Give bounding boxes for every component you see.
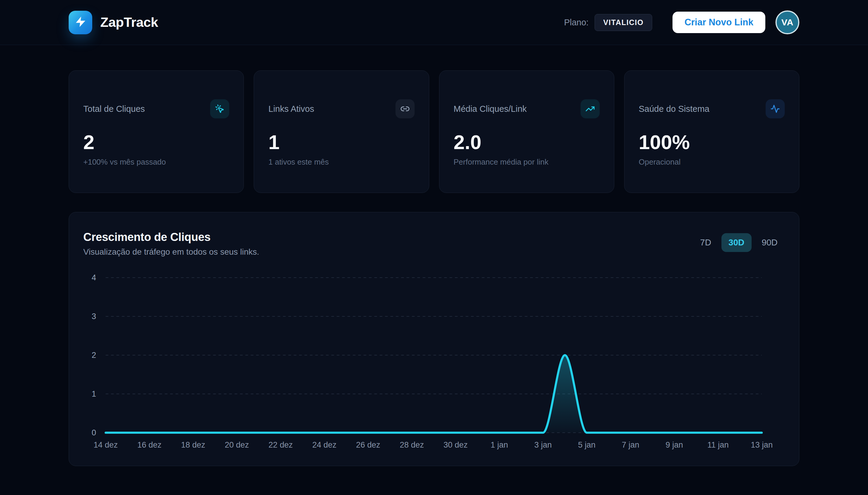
svg-text:16 dez: 16 dez — [137, 440, 162, 449]
svg-text:22 dez: 22 dez — [269, 440, 293, 449]
trending-up-icon — [580, 99, 600, 118]
stat-card-active-links: Links Ativos 1 1 ativos este mês — [254, 70, 429, 193]
clicks-growth-chart: 0123414 dez16 dez18 dez20 dez22 dez24 de… — [83, 268, 787, 453]
svg-text:3: 3 — [92, 312, 96, 321]
svg-text:14 dez: 14 dez — [94, 440, 118, 449]
stats-row: Total de Cliques 2 +100% vs mês passado … — [69, 70, 799, 193]
svg-text:5 jan: 5 jan — [578, 440, 596, 449]
svg-text:20 dez: 20 dez — [225, 440, 249, 449]
brand: ZapTrack — [69, 11, 158, 34]
svg-text:30 dez: 30 dez — [444, 440, 468, 449]
top-bar: ZapTrack Plano: VITALICIO Criar Novo Lin… — [0, 0, 868, 45]
chart-subtitle: Visualização de tráfego em todos os seus… — [83, 247, 259, 257]
range-button-90d[interactable]: 90D — [755, 233, 785, 252]
app-title: ZapTrack — [100, 15, 158, 30]
stat-value: 1 — [268, 132, 414, 152]
stat-title: Total de Cliques — [83, 104, 145, 114]
svg-text:3 jan: 3 jan — [534, 440, 552, 449]
svg-text:4: 4 — [92, 273, 96, 282]
zap-icon — [74, 16, 87, 29]
link-icon — [395, 99, 414, 118]
svg-text:1: 1 — [92, 390, 96, 398]
create-new-link-button[interactable]: Criar Novo Link — [672, 12, 765, 33]
stat-value: 100% — [639, 132, 785, 152]
range-selector: 7D 30D 90D — [693, 233, 785, 252]
stat-value: 2.0 — [454, 132, 600, 152]
avatar[interactable]: VA — [775, 11, 799, 34]
svg-text:26 dez: 26 dez — [356, 440, 380, 449]
plan-label: Plano: — [564, 18, 589, 28]
svg-text:7 jan: 7 jan — [622, 440, 639, 449]
svg-text:9 jan: 9 jan — [666, 440, 683, 449]
svg-text:11 jan: 11 jan — [707, 440, 729, 449]
svg-text:1 jan: 1 jan — [491, 440, 508, 449]
svg-text:2: 2 — [92, 351, 96, 360]
plan-badge: VITALICIO — [594, 14, 652, 31]
svg-text:18 dez: 18 dez — [181, 440, 206, 449]
plan-group: Plano: VITALICIO — [564, 14, 653, 31]
stat-title: Saúde do Sistema — [639, 104, 709, 114]
stat-subtitle: Performance média por link — [454, 157, 600, 167]
range-button-30d[interactable]: 30D — [721, 233, 752, 252]
activity-icon — [766, 99, 785, 118]
stat-title: Média Cliques/Link — [454, 104, 527, 114]
svg-text:13 jan: 13 jan — [751, 440, 773, 449]
chart-title: Crescimento de Cliques — [83, 231, 259, 244]
stat-subtitle: 1 ativos este mês — [268, 157, 414, 167]
cursor-click-icon — [210, 99, 229, 118]
stat-card-total-clicks: Total de Cliques 2 +100% vs mês passado — [69, 70, 244, 193]
clicks-growth-card: Crescimento de Cliques Visualização de t… — [69, 212, 799, 466]
svg-text:24 dez: 24 dez — [312, 440, 337, 449]
zap-logo — [69, 11, 92, 34]
stat-value: 2 — [83, 132, 229, 152]
stat-subtitle: Operacional — [639, 157, 785, 167]
svg-text:0: 0 — [92, 428, 96, 437]
svg-text:28 dez: 28 dez — [400, 440, 424, 449]
stat-subtitle: +100% vs mês passado — [83, 157, 229, 167]
stat-card-system-health: Saúde do Sistema 100% Operacional — [624, 70, 799, 193]
main-content: Total de Cliques 2 +100% vs mês passado … — [0, 70, 868, 466]
stat-card-avg-clicks: Média Cliques/Link 2.0 Performance média… — [439, 70, 614, 193]
range-button-7d[interactable]: 7D — [693, 233, 719, 252]
stat-title: Links Ativos — [268, 104, 314, 114]
